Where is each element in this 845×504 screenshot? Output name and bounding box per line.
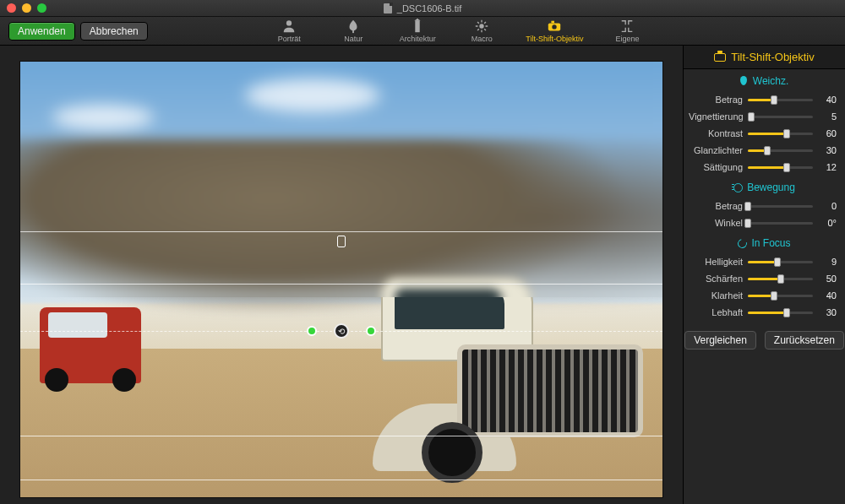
compare-button[interactable]: Vergleichen: [684, 331, 756, 350]
slider-label: Helligkeit: [689, 257, 743, 267]
tiltshift-left-dot[interactable]: [307, 326, 317, 336]
svg-rect-1: [352, 30, 354, 34]
preset-label: Architektur: [400, 35, 436, 43]
tiltshift-right-dot[interactable]: [366, 326, 376, 336]
slider-row-contrast: Kontrast60: [684, 125, 845, 142]
reset-button[interactable]: Zurücksetzen: [765, 331, 844, 350]
window-title: _DSC1606-B.tif: [397, 3, 461, 14]
slider-clarity[interactable]: [748, 290, 813, 301]
architecture-icon: [410, 19, 425, 34]
preset-label: Macro: [472, 35, 493, 43]
slider-vibrance[interactable]: [748, 306, 813, 318]
tiltshift-icon: [547, 19, 562, 34]
slider-row-angle: Winkel0°: [684, 214, 845, 231]
preset-architecture[interactable]: Architektur: [397, 19, 438, 43]
slider-row-vibrance: Lebhaft30: [684, 304, 845, 321]
slider-angle[interactable]: [748, 217, 813, 229]
slider-label: Vignettierung: [689, 111, 743, 122]
svg-rect-7: [552, 21, 555, 24]
slider-saturation[interactable]: [748, 161, 813, 173]
slider-value: 40: [818, 290, 837, 301]
panel-title: Tilt-Shift-Objektiv: [684, 46, 845, 69]
preset-tiltshift[interactable]: Tilt-Shift-Objektiv: [526, 19, 583, 43]
slider-row-amount: Betrag40: [684, 91, 845, 108]
slider-row-vignette: Vignettierung5: [684, 108, 845, 125]
slider-value: 5: [818, 111, 837, 122]
slider-label: Betrag: [689, 201, 743, 211]
preset-label: Eigene: [615, 35, 639, 43]
slider-row-m_amount: Betrag0: [684, 198, 845, 214]
svg-point-0: [286, 20, 292, 25]
slider-label: Klarheit: [689, 290, 743, 301]
image-content: [40, 307, 141, 383]
preset-label: Porträt: [278, 35, 301, 43]
section-heading-soften: Weichz.: [684, 69, 845, 91]
tiltshift-outer-bottom-line[interactable]: [20, 480, 662, 480]
slider-vignette[interactable]: [748, 111, 813, 122]
image-canvas-area: ⟲: [0, 46, 683, 504]
image-content: [364, 277, 643, 471]
section-heading-motion: Bewegung: [684, 176, 845, 198]
section-heading-infocus: In Focus: [684, 231, 845, 253]
macro-icon: [474, 19, 489, 34]
preset-macro[interactable]: Macro: [461, 19, 502, 43]
slider-label: Sättigung: [689, 162, 743, 172]
portrait-icon: [281, 19, 297, 34]
camera-icon: [714, 53, 726, 62]
tiltshift-width-handle[interactable]: [337, 236, 346, 247]
slider-row-saturation: Sättigung12: [684, 159, 845, 176]
tiltshift-rotate-knob[interactable]: ⟲: [334, 323, 349, 339]
slider-value: 9: [818, 257, 837, 267]
toolbar: Anwenden Abbrechen PorträtNaturArchitekt…: [0, 17, 845, 46]
svg-rect-2: [416, 21, 420, 33]
slider-amount[interactable]: [748, 94, 813, 106]
slider-label: Betrag: [689, 95, 743, 105]
tiltshift-inner-top-line[interactable]: [20, 284, 662, 285]
droplet-icon: [740, 76, 747, 85]
slider-row-sharpen: Schärfen50: [684, 270, 845, 287]
slider-brightness[interactable]: [748, 256, 813, 268]
slider-row-clarity: Klarheit40: [684, 287, 845, 304]
custom-icon: [619, 19, 635, 34]
slider-highlights[interactable]: [748, 144, 813, 156]
slider-row-highlights: Glanzlichter30: [684, 142, 845, 159]
document-icon: [384, 3, 392, 14]
image-canvas[interactable]: ⟲: [20, 62, 662, 497]
slider-label: Glanzlichter: [689, 145, 743, 155]
tiltshift-inner-bottom-line[interactable]: [20, 436, 662, 436]
svg-point-4: [480, 24, 484, 28]
preset-label: Natur: [344, 35, 363, 43]
preset-custom[interactable]: Eigene: [607, 19, 647, 43]
tiltshift-outer-top-line[interactable]: [20, 231, 662, 232]
slider-value: 0°: [818, 218, 837, 228]
apply-button[interactable]: Anwenden: [8, 22, 75, 41]
cancel-button[interactable]: Abbrechen: [80, 22, 148, 41]
slider-value: 50: [818, 274, 837, 284]
tiltshift-center-handle[interactable]: ⟲: [307, 323, 376, 339]
slider-label: Kontrast: [689, 128, 743, 138]
slider-value: 60: [818, 128, 837, 138]
preset-label: Tilt-Shift-Objektiv: [526, 35, 583, 43]
preset-nature[interactable]: Natur: [333, 19, 373, 43]
preset-portrait[interactable]: Porträt: [269, 19, 309, 43]
motion-icon: [733, 183, 743, 192]
focus-icon: [736, 236, 749, 249]
slider-value: 30: [818, 307, 837, 317]
slider-label: Schärfen: [689, 274, 743, 284]
nature-icon: [346, 19, 361, 34]
slider-row-brightness: Helligkeit9: [684, 253, 845, 270]
slider-label: Lebhaft: [689, 307, 743, 317]
slider-sharpen[interactable]: [748, 273, 813, 285]
slider-value: 12: [818, 162, 837, 172]
slider-m_amount[interactable]: [748, 200, 813, 212]
slider-value: 0: [818, 201, 837, 211]
window-titlebar: _DSC1606-B.tif: [0, 0, 845, 17]
svg-point-6: [553, 24, 557, 29]
slider-contrast[interactable]: [748, 127, 813, 139]
slider-value: 40: [818, 95, 837, 105]
slider-label: Winkel: [689, 218, 743, 228]
adjustments-sidebar: Tilt-Shift-Objektiv Weichz. Betrag40Vign…: [683, 46, 845, 504]
slider-value: 30: [818, 145, 837, 155]
